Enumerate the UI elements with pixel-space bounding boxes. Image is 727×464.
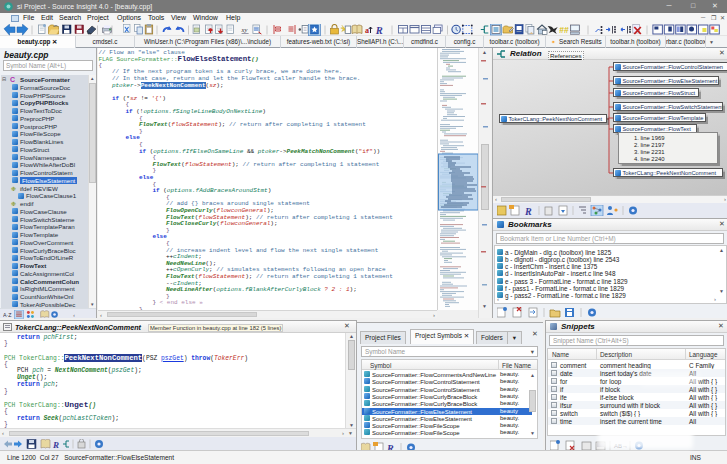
svg-text:A·Z: A·Z xyxy=(3,312,12,318)
svg-text:‹: ‹ xyxy=(73,313,75,318)
svg-text:##: ## xyxy=(559,25,569,35)
svg-text:xy: xy xyxy=(241,26,248,33)
svg-text:R: R xyxy=(524,206,532,216)
svg-text:a: a xyxy=(365,26,369,35)
svg-text:R: R xyxy=(52,440,59,449)
svg-text:R: R xyxy=(375,25,383,36)
